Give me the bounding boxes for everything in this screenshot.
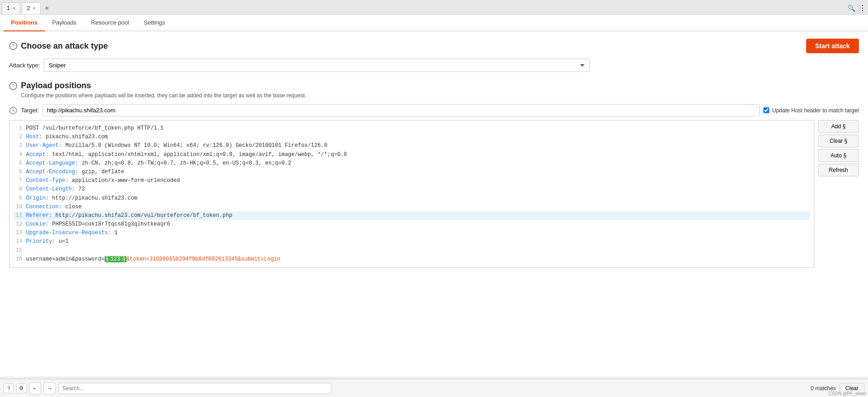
request-line-5: 5Accept-Language: zh-CN, zh;q=0.8, zh-TW…: [13, 159, 810, 168]
request-line-3: 3User-Agent: Mozilla/5.0 (Windows NT 10.…: [13, 141, 810, 150]
search-icon[interactable]: 🔍: [848, 5, 855, 12]
tab-add-button[interactable]: +: [42, 4, 51, 12]
request-line-9: 9Origin: http://pikachu.shifa23.com: [13, 194, 810, 203]
payload-positions-section: ? Payload positions Configure the positi…: [9, 81, 859, 268]
start-attack-button[interactable]: Start attack: [806, 39, 859, 53]
payload-positions-desc: Configure the positions where payloads w…: [21, 92, 859, 99]
request-text-area[interactable]: 1POST /vul/burteforce/bf_token.php HTTP/…: [9, 120, 814, 268]
attack-type-title: Choose an attack type: [21, 41, 108, 51]
tab-2-label: 2: [27, 5, 30, 11]
payload-positions-title: Payload positions: [21, 81, 91, 90]
side-buttons: Add § Clear § Auto § Refresh: [818, 120, 859, 268]
request-line-6: 6Accept-Encoding: gzip, deflate: [13, 168, 810, 176]
attack-type-help-icon[interactable]: ?: [9, 42, 17, 50]
clear-section-button[interactable]: Clear §: [818, 135, 859, 147]
tab-bar: 1 × 2 × + 🔍 ⋮: [0, 0, 868, 15]
target-label: Target:: [21, 107, 39, 114]
request-line-4: 4Accept: text/html, application/xhtml+xm…: [13, 151, 810, 159]
target-input[interactable]: [43, 104, 760, 116]
add-section-button[interactable]: Add §: [818, 120, 859, 133]
request-line-10: 10Connection: close: [13, 203, 810, 211]
request-line-13: 13Upgrade-Insecure-Requests: 1: [13, 229, 810, 237]
request-line-14: 14Priority: u=1: [13, 237, 810, 246]
request-area-wrapper: 1POST /vul/burteforce/bf_token.php HTTP/…: [9, 120, 859, 268]
attack-type-label: Attack type:: [9, 62, 40, 69]
request-line-1: 1POST /vul/burteforce/bf_token.php HTTP/…: [13, 124, 810, 133]
request-line-12: 12Cookie: PHPSESSID=cok18r7tqcs81g3qlhvt…: [13, 220, 810, 229]
request-line-11: 11Referer: http://pikachu.shifa23.com/vu…: [13, 211, 810, 220]
attack-type-section: ? Choose an attack type Start attack: [9, 39, 859, 53]
request-line-8: 8Content-Length: 72: [13, 185, 810, 194]
nav-tabs: Positions Payloads Resource pool Setting…: [0, 15, 868, 31]
request-line-16: 16username=admin&password=§123§&token=31…: [13, 255, 810, 264]
payload-positions-help-icon[interactable]: ?: [9, 82, 17, 90]
tab-1-label: 1: [7, 5, 10, 11]
refresh-button[interactable]: Refresh: [818, 164, 859, 176]
attack-type-row: Attack type: Sniper Battering ram Pitchf…: [9, 59, 859, 72]
tab-1-close[interactable]: ×: [13, 5, 15, 11]
menu-icon[interactable]: ⋮: [859, 4, 866, 12]
tab-1[interactable]: 1 ×: [2, 2, 20, 14]
update-host-row: Update Host header to match target: [763, 107, 859, 114]
tab-resource-pool[interactable]: Resource pool: [84, 15, 136, 31]
tab-payloads[interactable]: Payloads: [45, 15, 84, 31]
attack-type-select[interactable]: Sniper Battering ram Pitchfork Cluster b…: [44, 59, 590, 72]
tab-2[interactable]: 2 ×: [22, 2, 40, 14]
tab-2-close[interactable]: ×: [33, 5, 35, 11]
request-line-7: 7Content-Type: application/x-www-form-ur…: [13, 176, 810, 185]
auto-section-button[interactable]: Auto §: [818, 149, 859, 162]
tab-settings[interactable]: Settings: [136, 15, 172, 31]
tab-positions[interactable]: Positions: [4, 15, 45, 31]
update-host-checkbox[interactable]: [763, 107, 769, 113]
request-line-2: 2Host: pikachu.shifa23.com: [13, 133, 810, 141]
request-line-15: 15: [13, 246, 810, 255]
target-reload-icon[interactable]: [9, 106, 17, 115]
update-host-label: Update Host header to match target: [772, 107, 859, 114]
main-content: ? Choose an attack type Start attack Att…: [0, 31, 868, 377]
